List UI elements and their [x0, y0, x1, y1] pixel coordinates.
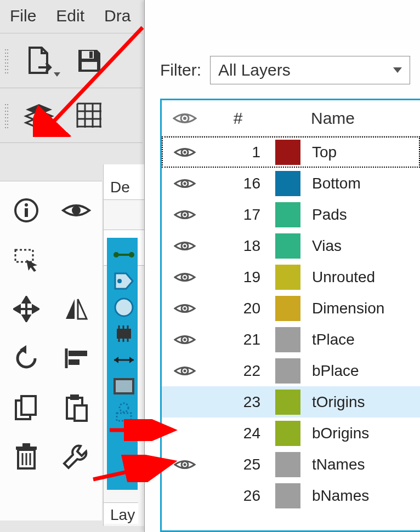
align-left-icon — [63, 347, 89, 369]
header-visibility-icon[interactable] — [162, 110, 208, 127]
header-name[interactable]: Name — [308, 109, 420, 128]
layer-row-bplace[interactable]: 22bPlace — [162, 355, 420, 386]
svg-rect-13 — [25, 208, 28, 217]
grid-button[interactable] — [66, 98, 113, 134]
layer-row-vias[interactable]: 18Vias — [162, 230, 420, 261]
type-chip-icon — [112, 323, 136, 345]
layer-row-top[interactable]: 1Top — [162, 136, 420, 168]
rotate-tool[interactable] — [2, 335, 50, 382]
layer-color-swatch[interactable] — [268, 327, 308, 352]
component-type-column[interactable] — [107, 238, 138, 490]
layer-visibility-toggle[interactable] — [162, 145, 208, 159]
layer-row-unrouted[interactable]: 19Unrouted — [162, 261, 420, 293]
svg-rect-31 — [22, 443, 30, 447]
layer-name: tNames — [308, 456, 420, 473]
layer-name: Pads — [308, 206, 420, 224]
tab-layers[interactable]: Lay — [104, 502, 138, 524]
layer-visibility-toggle[interactable] — [162, 176, 208, 191]
filter-value: All Layers — [218, 61, 291, 79]
middle-dock-strip: De Typ Lay — [103, 164, 145, 526]
header-number[interactable]: # — [208, 109, 268, 128]
layer-row-bnames[interactable]: 26bNames — [162, 480, 420, 511]
layer-name: Top — [308, 144, 420, 161]
layers-table-header: # Name — [162, 100, 420, 136]
svg-rect-2 — [82, 62, 97, 70]
layer-row-pads[interactable]: 17Pads — [162, 199, 420, 230]
info-icon — [13, 197, 39, 224]
layer-name: Unrouted — [308, 268, 420, 286]
tab-design-partial[interactable]: De — [104, 164, 145, 200]
svg-point-59 — [184, 276, 186, 278]
layer-color-swatch[interactable] — [268, 421, 308, 446]
mirror-tool[interactable] — [52, 285, 100, 333]
layer-color-swatch[interactable] — [268, 390, 308, 415]
layer-row-tplace[interactable]: 21tPlace — [162, 324, 420, 355]
layer-color-swatch[interactable] — [268, 265, 308, 290]
delete-tool[interactable] — [2, 433, 50, 480]
svg-point-65 — [184, 369, 186, 372]
layer-name: tOrigins — [308, 393, 420, 411]
menu-draw[interactable]: Dra — [100, 4, 135, 27]
layer-color-swatch[interactable] — [268, 296, 308, 321]
layer-visibility-toggle[interactable] — [162, 364, 208, 378]
layer-visibility-toggle[interactable] — [162, 270, 208, 284]
layer-number: 24 — [208, 425, 268, 442]
svg-point-53 — [184, 182, 186, 185]
dropdown-caret-icon — [54, 127, 60, 131]
layer-number: 19 — [208, 268, 268, 286]
layer-color-swatch[interactable] — [268, 171, 308, 196]
layer-name: Bottom — [308, 175, 420, 192]
layer-number: 20 — [208, 300, 268, 317]
eye-icon — [61, 201, 92, 220]
type-polygon-icon — [112, 402, 136, 424]
show-tool[interactable] — [52, 187, 100, 234]
floppy-save-icon — [75, 47, 104, 75]
mirror-icon — [63, 297, 90, 321]
copy-tool[interactable] — [2, 384, 50, 431]
layer-color-swatch[interactable] — [268, 202, 308, 227]
layer-visibility-toggle[interactable] — [162, 208, 208, 222]
type-rect-icon — [112, 375, 136, 397]
open-button[interactable] — [15, 43, 63, 79]
type-net-icon — [112, 244, 136, 266]
menu-file[interactable]: File — [5, 4, 41, 27]
settings-tool[interactable] — [52, 433, 100, 480]
layer-row-borigins[interactable]: 24bOrigins — [162, 417, 420, 449]
layer-number: 21 — [208, 331, 268, 348]
layer-name: bNames — [308, 487, 420, 505]
menu-edit[interactable]: Edit — [52, 4, 89, 27]
align-tool[interactable] — [52, 335, 100, 382]
svg-rect-47 — [117, 413, 131, 421]
info-tool[interactable] — [2, 187, 50, 234]
layer-number: 26 — [208, 487, 268, 505]
paste-tool[interactable] — [52, 384, 100, 431]
move-tool[interactable] — [2, 285, 50, 333]
toolbar-grip — [4, 48, 9, 73]
filter-dropdown[interactable]: All Layers — [210, 56, 410, 84]
marquee-select-tool[interactable] — [2, 236, 50, 283]
rotate-ccw-icon — [13, 345, 39, 371]
layer-row-torigins[interactable]: 23tOrigins — [162, 386, 420, 417]
svg-rect-45 — [115, 379, 133, 393]
layer-color-swatch[interactable] — [268, 233, 308, 259]
layers-table: # Name 1Top16Bottom17Pads18Vias19Unroute… — [160, 99, 420, 532]
layer-color-swatch[interactable] — [268, 358, 308, 384]
svg-point-12 — [25, 203, 28, 207]
layer-number: 16 — [208, 175, 268, 192]
layer-color-swatch[interactable] — [268, 140, 308, 165]
svg-point-67 — [184, 463, 186, 466]
svg-point-51 — [184, 151, 186, 153]
layer-color-swatch[interactable] — [268, 452, 308, 477]
layer-visibility-toggle[interactable] — [162, 301, 208, 316]
layer-row-tnames[interactable]: 25tNames — [162, 449, 420, 480]
layer-visibility-toggle[interactable] — [162, 239, 208, 253]
save-button[interactable] — [66, 43, 113, 79]
layer-color-swatch[interactable] — [268, 483, 308, 508]
layer-row-bottom[interactable]: 16Bottom — [162, 168, 420, 199]
wrench-icon — [62, 443, 90, 471]
layer-row-dimension[interactable]: 20Dimension — [162, 293, 420, 324]
layers-button[interactable] — [15, 98, 63, 134]
layer-number: 17 — [208, 206, 268, 224]
layer-visibility-toggle[interactable] — [162, 457, 208, 472]
layer-visibility-toggle[interactable] — [162, 333, 208, 347]
